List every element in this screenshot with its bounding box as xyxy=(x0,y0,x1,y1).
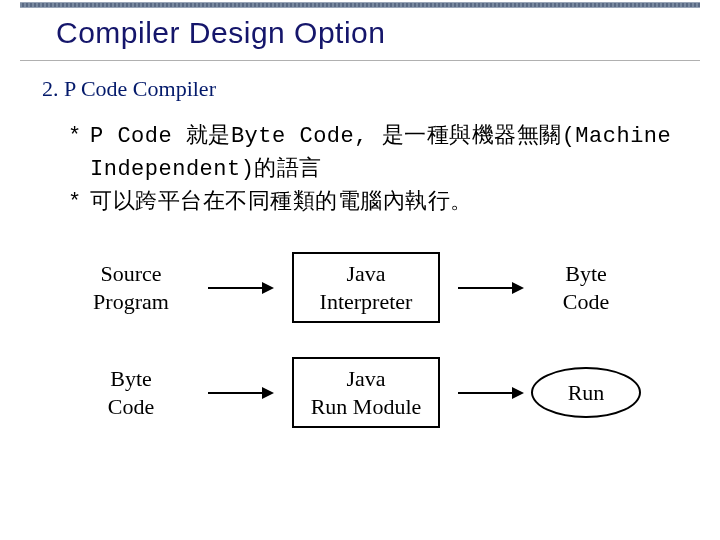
section-subtitle: 2. P Code Compiler xyxy=(42,76,216,102)
node-line: Source xyxy=(81,260,181,288)
title-underline xyxy=(20,60,700,61)
node-byte-code-in: Byte Code xyxy=(81,365,181,420)
svg-marker-3 xyxy=(512,282,524,294)
node-line: Code xyxy=(81,393,181,421)
bullet-marker: * xyxy=(68,186,90,219)
node-run: Run xyxy=(531,367,641,419)
node-java-run-module: Java Run Module xyxy=(292,357,440,428)
bullet-item: * 可以跨平台在不同種類的電腦內執行。 xyxy=(68,186,672,219)
node-byte-code-out: Byte Code xyxy=(536,260,636,315)
node-line: Run Module xyxy=(308,393,424,421)
arrow-icon xyxy=(206,278,276,298)
slide-title: Compiler Design Option xyxy=(56,16,385,50)
node-line: Program xyxy=(81,288,181,316)
node-line: Code xyxy=(536,288,636,316)
node-line: Interpreter xyxy=(308,288,424,316)
arrow-icon xyxy=(206,383,276,403)
arrow-icon xyxy=(456,383,526,403)
bullet-list: * P Code 就是Byte Code, 是一種與機器無關(Machine I… xyxy=(68,120,672,219)
node-java-interpreter: Java Interpreter xyxy=(292,252,440,323)
decorative-top-border xyxy=(20,2,700,8)
node-line: Byte xyxy=(536,260,636,288)
bullet-text: 可以跨平台在不同種類的電腦內執行。 xyxy=(90,186,473,219)
svg-marker-7 xyxy=(512,387,524,399)
node-source-program: Source Program xyxy=(81,260,181,315)
bullet-text: P Code 就是Byte Code, 是一種與機器無關(Machine Ind… xyxy=(90,120,672,186)
diagram-row-1: Source Program Java Interpreter Byte xyxy=(56,252,680,323)
svg-marker-1 xyxy=(262,282,274,294)
bullet-item: * P Code 就是Byte Code, 是一種與機器無關(Machine I… xyxy=(68,120,672,186)
arrow-icon xyxy=(456,278,526,298)
node-line: Java xyxy=(308,260,424,288)
node-line: Java xyxy=(308,365,424,393)
diagram-row-2: Byte Code Java Run Module Run xyxy=(56,357,680,428)
flow-diagram: Source Program Java Interpreter Byte xyxy=(56,252,680,462)
node-line: Byte xyxy=(81,365,181,393)
bullet-marker: * xyxy=(68,120,90,153)
svg-marker-5 xyxy=(262,387,274,399)
